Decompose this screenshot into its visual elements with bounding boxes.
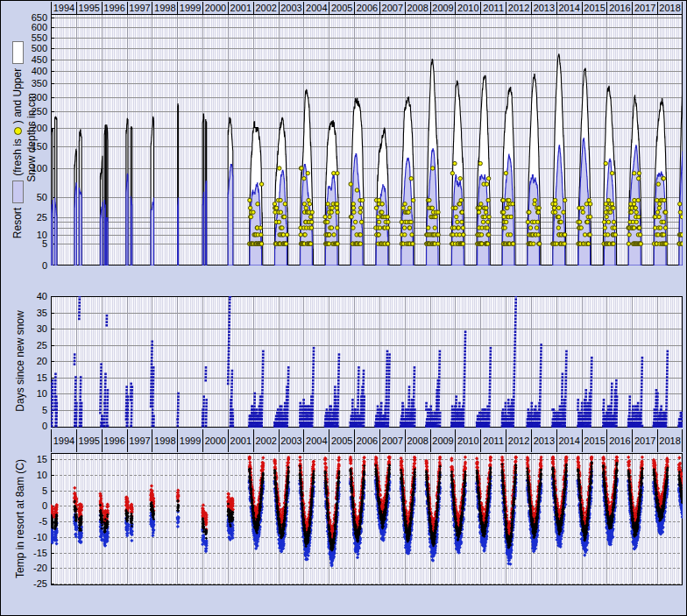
year-label: 2003 bbox=[279, 429, 304, 452]
days-ytick: 0 bbox=[1, 421, 47, 432]
temp-ytick: 10 bbox=[1, 470, 47, 481]
year-label: 2011 bbox=[480, 2, 506, 14]
temp-ytick: 5 bbox=[1, 485, 47, 497]
snow-ytick: 250 bbox=[1, 106, 47, 117]
snow-ytick: 300 bbox=[1, 92, 47, 103]
year-label: 2018 bbox=[657, 2, 683, 14]
year-label: 2006 bbox=[354, 429, 379, 452]
temp-ytick: -15 bbox=[1, 548, 47, 559]
year-label: 1995 bbox=[76, 2, 102, 14]
snow-ytick: 5 bbox=[1, 238, 47, 250]
year-label: 1995 bbox=[76, 429, 102, 452]
year-label: 2002 bbox=[253, 429, 279, 452]
days-ytick: 30 bbox=[1, 323, 47, 335]
snow-ytick: 350 bbox=[1, 78, 47, 89]
snow-ytick: 100 bbox=[1, 163, 47, 174]
snow-ytick: 500 bbox=[1, 43, 47, 54]
days-ytick: 40 bbox=[1, 291, 47, 302]
year-label: 2012 bbox=[506, 2, 531, 14]
year-label: 2012 bbox=[506, 429, 531, 452]
year-label: 1996 bbox=[102, 2, 127, 14]
year-label: 2004 bbox=[303, 429, 329, 452]
days-ytick: 15 bbox=[1, 372, 47, 384]
year-label: 2003 bbox=[279, 2, 304, 14]
year-label: 2001 bbox=[228, 429, 253, 452]
days-ytick: 25 bbox=[1, 340, 47, 351]
year-label: 2013 bbox=[531, 2, 556, 14]
year-label: 1999 bbox=[177, 2, 202, 14]
year-label: 2017 bbox=[632, 429, 657, 452]
temp-chart bbox=[51, 453, 683, 585]
year-label: 2005 bbox=[329, 2, 354, 14]
snow-depth-chart bbox=[51, 14, 683, 266]
year-label: 2010 bbox=[455, 2, 480, 14]
temp-ytick: 15 bbox=[1, 454, 47, 465]
temp-ytick: -25 bbox=[1, 578, 47, 590]
days-ytick: 20 bbox=[1, 356, 47, 367]
year-label: 2000 bbox=[202, 429, 228, 452]
year-label: 2000 bbox=[202, 2, 228, 14]
year-label: 2016 bbox=[606, 429, 632, 452]
days-ytick: 5 bbox=[1, 405, 47, 416]
year-label: 2014 bbox=[556, 429, 582, 452]
year-label: 2015 bbox=[582, 2, 607, 14]
year-label: 1997 bbox=[127, 429, 152, 452]
year-label: 2005 bbox=[329, 429, 354, 452]
year-label: 2004 bbox=[303, 2, 329, 14]
snow-history-figure: 1994199519961997199819992000200120022003… bbox=[0, 0, 687, 616]
year-label: 2015 bbox=[582, 429, 607, 452]
year-label: 1996 bbox=[102, 429, 127, 452]
year-label: 1997 bbox=[127, 2, 152, 14]
temp-ytick: -20 bbox=[1, 563, 47, 574]
year-label: 1994 bbox=[51, 2, 76, 14]
year-label: 2006 bbox=[354, 2, 379, 14]
year-label: 2011 bbox=[480, 429, 506, 452]
year-label: 2001 bbox=[228, 2, 253, 14]
snow-ytick: 550 bbox=[1, 32, 47, 44]
snow-ytick: 150 bbox=[1, 141, 47, 152]
year-label: 2008 bbox=[405, 2, 430, 14]
year-label: 2014 bbox=[556, 2, 582, 14]
year-label: 1998 bbox=[152, 2, 177, 14]
year-label: 2013 bbox=[531, 429, 556, 452]
year-label: 2009 bbox=[430, 2, 456, 14]
temp-ytick: -5 bbox=[1, 516, 47, 527]
snow-ytick: 0 bbox=[1, 260, 47, 272]
days-ytick: 35 bbox=[1, 308, 47, 319]
year-label: 2010 bbox=[455, 429, 480, 452]
year-label: 2002 bbox=[253, 2, 279, 14]
snow-ytick: 50 bbox=[1, 192, 47, 203]
year-label: 2007 bbox=[379, 429, 405, 452]
year-label: 2018 bbox=[657, 429, 683, 452]
year-label: 1999 bbox=[177, 429, 202, 452]
snow-ytick: 25 bbox=[1, 212, 47, 223]
year-label: 2008 bbox=[405, 429, 430, 452]
year-label: 2016 bbox=[606, 2, 632, 14]
snow-ytick: 400 bbox=[1, 66, 47, 77]
temp-ytick: -10 bbox=[1, 532, 47, 543]
days-ytick: 10 bbox=[1, 388, 47, 400]
days-since-snow-chart bbox=[51, 296, 683, 428]
year-label: 2007 bbox=[379, 2, 405, 14]
snow-ytick: 450 bbox=[1, 54, 47, 66]
year-label: 2009 bbox=[430, 429, 456, 452]
year-label: 1994 bbox=[51, 429, 76, 452]
year-label: 1998 bbox=[152, 429, 177, 452]
year-label: 2017 bbox=[632, 2, 657, 14]
snow-ytick: 200 bbox=[1, 123, 47, 134]
temp-ytick: 0 bbox=[1, 500, 47, 512]
